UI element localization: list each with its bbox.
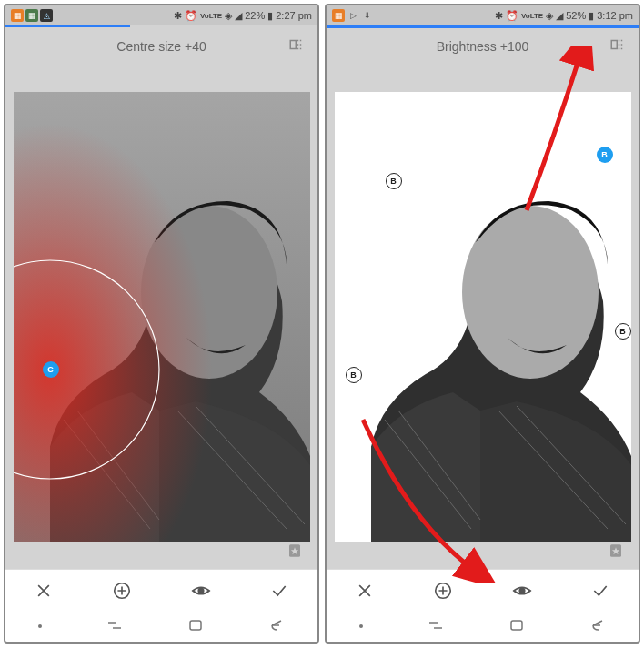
control-point-c[interactable]: C [43, 361, 59, 378]
svg-point-24 [519, 588, 525, 593]
nav-bar [5, 611, 317, 642]
svg-rect-13 [190, 621, 201, 630]
wifi-icon: ◈ [225, 10, 232, 22]
compare-icon[interactable] [609, 36, 626, 56]
close-button[interactable] [29, 576, 58, 605]
notif-icon-play: ▷ [347, 9, 359, 22]
volte-icon: VoLTE [200, 12, 222, 20]
control-point-b1[interactable]: B [386, 173, 402, 189]
progress-line [5, 25, 130, 27]
signal-icon: ◢ [556, 10, 563, 22]
battery-icon: ▮ [589, 10, 594, 22]
control-point-b-active[interactable]: B [597, 147, 613, 163]
close-button[interactable] [350, 576, 379, 605]
nav-dot[interactable] [350, 621, 372, 632]
control-point-b2[interactable]: B [346, 367, 362, 383]
alarm-icon: ⏰ [506, 10, 518, 22]
image-canvas[interactable]: B B B B [327, 65, 639, 569]
bookmark-icon[interactable] [608, 543, 624, 563]
bluetooth-icon: ✱ [174, 10, 182, 22]
bottom-toolbar [327, 569, 639, 611]
notif-icon-1: ▦ [332, 9, 345, 22]
svg-rect-25 [511, 621, 522, 630]
notif-icon-download: ⬇ [361, 9, 374, 22]
nav-back[interactable] [580, 615, 615, 638]
adjustment-bar[interactable]: Brightness +100 [327, 28, 639, 65]
confirm-button[interactable] [265, 576, 294, 605]
notif-icon-1: ▦ [11, 9, 24, 22]
image-canvas[interactable]: C [5, 65, 317, 569]
nav-bar [327, 611, 639, 642]
control-point-b3[interactable]: B [615, 323, 631, 340]
alarm-icon: ⏰ [185, 10, 197, 22]
battery-icon: ▮ [267, 10, 273, 22]
phone-left: ▦ ▦ ◬ ✱ ⏰ VoLTE ◈ ◢ 22% ▮ 2:27 pm Centre… [4, 4, 319, 644]
signal-icon: ◢ [235, 10, 242, 22]
edited-photo[interactable]: B B B B [335, 92, 631, 542]
adjustment-bar[interactable]: Centre size +40 [5, 28, 317, 65]
compare-icon[interactable] [288, 36, 305, 56]
phone-right: ▦ ▷ ⬇ ⋯ ✱ ⏰ VoLTE ◈ ◢ 52% ▮ 3:12 pm Brig… [325, 4, 640, 644]
svg-point-12 [198, 588, 204, 593]
svg-rect-14 [611, 41, 617, 49]
view-button[interactable] [507, 575, 538, 606]
adjustment-label: Centre size +40 [116, 39, 206, 54]
bluetooth-icon: ✱ [495, 10, 503, 22]
nav-recents[interactable] [418, 615, 453, 638]
wifi-icon: ◈ [546, 10, 553, 22]
nav-home[interactable] [499, 615, 534, 638]
add-point-button[interactable] [428, 575, 458, 606]
status-notification-icons: ▦ ▷ ⬇ ⋯ [332, 9, 388, 22]
svg-rect-7 [14, 92, 310, 542]
status-bar: ▦ ▦ ◬ ✱ ⏰ VoLTE ◈ ◢ 22% ▮ 2:27 pm [5, 5, 317, 25]
edited-photo[interactable]: C [14, 92, 310, 542]
svg-rect-0 [290, 41, 296, 49]
notif-icon-2: ▦ [25, 9, 38, 22]
adjustment-label: Brightness +100 [437, 39, 529, 54]
battery-pct: 22% [245, 10, 265, 21]
notif-icon-3: ◬ [40, 9, 53, 22]
nav-home[interactable] [178, 615, 213, 638]
status-bar: ▦ ▷ ⬇ ⋯ ✱ ⏰ VoLTE ◈ ◢ 52% ▮ 3:12 pm [327, 5, 639, 25]
nav-back[interactable] [259, 615, 294, 638]
bookmark-icon[interactable] [287, 543, 303, 563]
bottom-toolbar [5, 569, 317, 611]
nav-recents[interactable] [97, 615, 132, 638]
clock: 2:27 pm [276, 10, 312, 21]
notif-icon-more: ⋯ [376, 9, 388, 22]
volte-icon: VoLTE [521, 12, 543, 20]
battery-pct: 52% [566, 10, 586, 21]
view-button[interactable] [186, 575, 216, 606]
add-point-button[interactable] [106, 575, 137, 606]
nav-dot[interactable] [29, 621, 51, 632]
clock: 3:12 pm [597, 10, 633, 21]
confirm-button[interactable] [586, 576, 615, 605]
status-notification-icons: ▦ ▦ ◬ [11, 9, 53, 22]
